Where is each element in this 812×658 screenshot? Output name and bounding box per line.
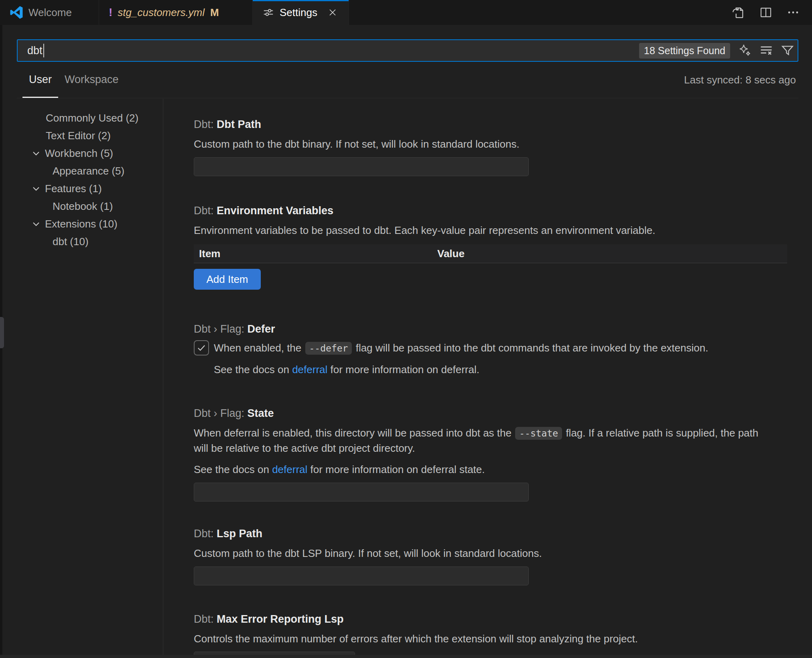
deferral-link[interactable]: deferral bbox=[292, 364, 327, 376]
check-icon bbox=[196, 343, 207, 353]
setting-title: Dbt: Max Error Reporting Lsp bbox=[194, 613, 799, 626]
setting-description: Controls the maximum number of errors af… bbox=[194, 632, 763, 646]
docs-line: See the docs on deferral for more inform… bbox=[194, 462, 799, 477]
toc-item-label: Workbench (5) bbox=[45, 147, 113, 160]
toc-item-features[interactable]: Features (1) bbox=[0, 180, 163, 197]
toc-item-label: Extensions (10) bbox=[45, 218, 118, 230]
settings-search-input[interactable]: dbt 18 Settings Found bbox=[17, 39, 798, 62]
column-value: Value bbox=[437, 248, 465, 260]
env-variables-table: Item Value bbox=[194, 244, 787, 263]
setting-lsp-path: Dbt: Lsp Path Custom path to the dbt LSP… bbox=[194, 527, 799, 585]
toc-item-label: Commonly Used (2) bbox=[46, 112, 138, 124]
search-actions: 18 Settings Found bbox=[639, 43, 794, 59]
setting-flag-state: Dbt › Flag: State When deferral is enabl… bbox=[194, 407, 799, 502]
scope-tab-workspace[interactable]: Workspace bbox=[58, 62, 125, 98]
close-tab-icon[interactable] bbox=[328, 8, 337, 17]
tab-label: stg_customers.yml bbox=[118, 6, 205, 19]
chevron-down-icon bbox=[30, 183, 42, 194]
last-synced-label: Last synced: 8 secs ago bbox=[684, 74, 798, 86]
toc-item-dbt[interactable]: dbt (10) bbox=[0, 233, 163, 250]
dbt-path-input[interactable] bbox=[194, 157, 529, 176]
settings-list: Dbt: Dbt Path Custom path to the dbt bin… bbox=[164, 99, 812, 655]
search-value: dbt bbox=[27, 45, 43, 57]
deferral-link[interactable]: deferral bbox=[272, 463, 307, 475]
toc-item-commonly-used[interactable]: Commonly Used (2) bbox=[0, 109, 163, 127]
more-actions-icon[interactable] bbox=[786, 6, 800, 19]
results-count-badge: 18 Settings Found bbox=[639, 43, 730, 59]
setting-dbt-path: Dbt: Dbt Path Custom path to the dbt bin… bbox=[194, 118, 799, 176]
editor-actions bbox=[731, 0, 812, 25]
setting-title: Dbt: Environment Variables bbox=[194, 204, 799, 217]
sparkle-ai-icon[interactable] bbox=[737, 43, 752, 58]
toc-item-label: Appearance (5) bbox=[53, 165, 124, 177]
toc-item-extensions[interactable]: Extensions (10) bbox=[0, 215, 163, 233]
toc-item-text-editor[interactable]: Text Editor (2) bbox=[0, 127, 163, 144]
scope-tab-user[interactable]: User bbox=[22, 62, 58, 98]
toc-item-label: dbt (10) bbox=[53, 236, 89, 248]
toc-item-label: Features (1) bbox=[45, 183, 102, 195]
setting-title: Dbt › Flag: State bbox=[194, 407, 799, 420]
scope-tabs-row: User Workspace Last synced: 8 secs ago bbox=[17, 62, 798, 98]
chevron-down-icon bbox=[30, 218, 42, 229]
tab-label: Settings bbox=[280, 6, 317, 19]
setting-title: Dbt: Lsp Path bbox=[194, 527, 799, 540]
setting-description: Custom path to the dbt LSP binary. If no… bbox=[194, 546, 763, 561]
defer-checkbox[interactable] bbox=[194, 340, 209, 355]
settings-body: Commonly Used (2)Text Editor (2)Workbenc… bbox=[0, 99, 812, 655]
code-chip: --state bbox=[515, 427, 562, 440]
setting-environment-variables: Dbt: Environment Variables Environment v… bbox=[194, 204, 799, 290]
tab-settings[interactable]: Settings bbox=[253, 0, 349, 25]
text-cursor bbox=[43, 44, 44, 57]
settings-sliders-icon bbox=[262, 6, 274, 18]
code-chip: --defer bbox=[305, 342, 352, 355]
tab-label: Welcome bbox=[28, 6, 72, 19]
setting-title: Dbt › Flag: Defer bbox=[194, 323, 799, 335]
editor-tab-bar: Welcome ! stg_customers.yml M Settings bbox=[0, 0, 812, 25]
toc-item-notebook[interactable]: Notebook (1) bbox=[0, 197, 163, 215]
table-header: Item Value bbox=[194, 244, 787, 263]
settings-toc: Commonly Used (2)Text Editor (2)Workbenc… bbox=[0, 99, 163, 655]
filter-icon[interactable] bbox=[781, 44, 794, 57]
state-input[interactable] bbox=[194, 483, 529, 502]
setting-max-error-reporting: Dbt: Max Error Reporting Lsp Controls th… bbox=[194, 613, 799, 658]
modified-badge: M bbox=[210, 6, 219, 19]
toc-item-workbench[interactable]: Workbench (5) bbox=[0, 144, 163, 162]
setting-description: Custom path to the dbt binary. If not se… bbox=[194, 137, 763, 152]
vscode-logo-icon bbox=[10, 6, 23, 19]
warning-icon: ! bbox=[109, 6, 112, 19]
tab-welcome[interactable]: Welcome bbox=[0, 0, 99, 25]
toc-item-label: Notebook (1) bbox=[53, 200, 113, 213]
open-changes-icon[interactable] bbox=[731, 5, 745, 20]
docs-line: See the docs on deferral for more inform… bbox=[194, 362, 799, 377]
vscode-window: Welcome ! stg_customers.yml M Settings bbox=[0, 0, 812, 658]
add-item-button[interactable]: Add Item bbox=[194, 269, 261, 290]
bottom-edge bbox=[0, 655, 812, 658]
split-editor-icon[interactable] bbox=[759, 6, 773, 19]
setting-description: Environment variables to be passed to db… bbox=[194, 223, 763, 238]
column-item: Item bbox=[194, 248, 437, 260]
setting-flag-defer: Dbt › Flag: Defer When enabled, the --de… bbox=[194, 323, 799, 377]
clear-search-filters-icon[interactable] bbox=[759, 43, 773, 58]
checkbox-row: When enabled, the --defer flag will be p… bbox=[194, 340, 799, 356]
checkbox-label: When enabled, the --defer flag will be p… bbox=[214, 340, 708, 356]
setting-title: Dbt: Dbt Path bbox=[194, 118, 799, 131]
toc-item-appearance[interactable]: Appearance (5) bbox=[0, 162, 163, 180]
lsp-path-input[interactable] bbox=[194, 567, 529, 585]
chevron-down-icon bbox=[30, 148, 42, 159]
toc-item-label: Text Editor (2) bbox=[46, 130, 111, 142]
setting-description: When deferral is enabled, this directory… bbox=[194, 426, 763, 456]
left-scrollbar-handle[interactable] bbox=[0, 317, 4, 348]
tab-stg-customers[interactable]: ! stg_customers.yml M bbox=[99, 0, 253, 25]
